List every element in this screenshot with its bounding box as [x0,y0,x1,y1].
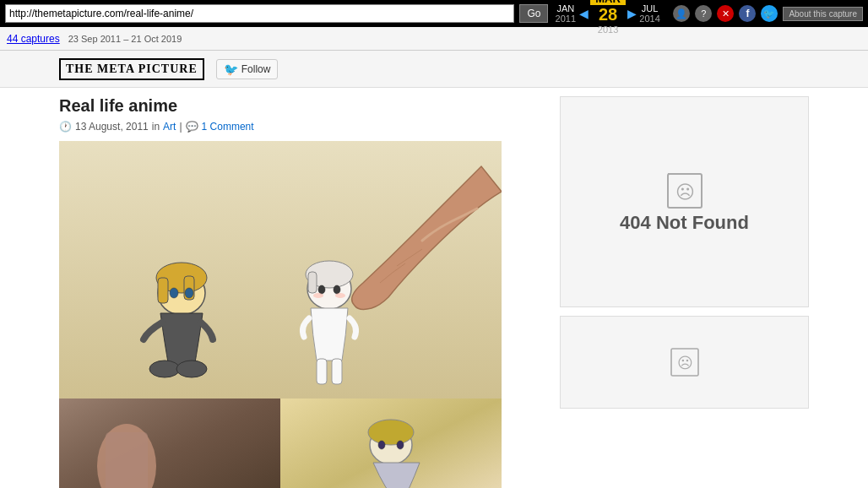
jan-month[interactable]: JAN [553,3,578,14]
prev-arrow[interactable]: ◀ [579,7,589,20]
next-arrow[interactable]: ▶ [627,7,637,20]
close-icon[interactable]: ✕ [717,5,734,22]
svg-point-13 [318,285,325,294]
svg-point-26 [368,420,414,445]
not-found-box-2: ☹ [560,316,809,409]
svg-point-6 [170,288,178,298]
captures-link[interactable]: 44 captures [7,33,60,45]
thumbnail-2 [280,399,502,488]
user-icon[interactable]: 👤 [673,5,690,22]
svg-rect-17 [317,359,327,384]
captures-bar: 44 captures 23 Sep 2011 – 21 Oct 2019 [0,27,868,51]
svg-rect-22 [106,432,148,488]
svg-text:☹: ☹ [675,182,694,203]
toolbar-icons: 👤 ? ✕ f 🐦 About this capture [673,5,863,22]
clock-icon: 🕐 [59,121,72,133]
help-icon[interactable]: ? [695,5,712,22]
jul-month[interactable]: JUL [638,3,662,14]
wayback-toolbar: Go JAN 2011 ◀ MAR 28 2013 ▶ JUL 2014 👤 ?… [0,0,868,27]
mar-nav: MAR 28 2013 [590,0,626,35]
svg-rect-1 [59,141,502,399]
separator: | [179,121,182,133]
svg-text:☹: ☹ [676,355,692,371]
svg-point-28 [397,441,404,449]
broken-image-icon-2: ☹ [668,345,702,379]
main-image-svg [59,141,502,399]
thumbnail-images [59,399,543,488]
svg-rect-20 [59,399,280,488]
not-found-box-1: ☹ 404 Not Found [560,96,809,307]
svg-point-27 [378,441,385,449]
site-header: THE META PICTURE 🐦 Follow [0,51,868,88]
in-label: in [152,121,160,133]
svg-point-14 [334,285,340,294]
content-left: Real life anime 🕐 13 August, 2011 in Art… [59,96,543,480]
url-input[interactable] [5,4,514,23]
jan-nav: JAN 2011 [553,3,578,24]
twitter-icon[interactable]: 🐦 [761,5,778,22]
svg-point-16 [335,293,345,298]
svg-rect-18 [332,359,342,384]
svg-point-7 [185,288,193,298]
year-2014: 2014 [639,14,659,24]
about-capture-button[interactable]: About this capture [783,7,863,21]
day-number: 28 [595,5,621,24]
site-logo[interactable]: THE META PICTURE [59,58,204,80]
go-button[interactable]: Go [519,4,548,23]
follow-button[interactable]: 🐦 Follow [216,59,279,79]
year-2011: 2011 [556,14,576,24]
svg-point-15 [313,293,323,298]
year-2013: 2013 [598,24,618,35]
twitter-bird-icon: 🐦 [224,62,238,76]
captures-date: 23 Sep 2011 – 21 Oct 2019 [68,34,182,44]
post-meta: 🕐 13 August, 2011 in Art | 💬 1 Comment [59,121,543,133]
facebook-icon[interactable]: f [739,5,756,22]
thumbnail-1 [59,399,280,488]
comment-link[interactable]: 1 Comment [202,121,254,133]
content-right: ☹ 404 Not Found ☹ [560,96,809,480]
main-post-image [59,141,502,399]
follow-label: Follow [241,63,271,75]
post-category[interactable]: Art [163,121,176,133]
svg-rect-12 [308,272,317,293]
svg-rect-4 [158,278,168,303]
post-images [59,141,543,488]
broken-image-icon: ☹ [664,170,706,212]
svg-point-9 [176,361,207,377]
wayback-nav: JAN 2011 ◀ MAR 28 2013 ▶ JUL 2014 [553,0,661,35]
post-title: Real life anime [59,96,543,116]
jul-nav: JUL 2014 [638,3,662,24]
comment-icon: 💬 [186,121,198,133]
post-date: 13 August, 2011 [75,121,149,133]
svg-point-8 [149,361,180,377]
main-content: Real life anime 🕐 13 August, 2011 in Art… [0,88,868,488]
not-found-label: 404 Not Found [620,212,749,234]
